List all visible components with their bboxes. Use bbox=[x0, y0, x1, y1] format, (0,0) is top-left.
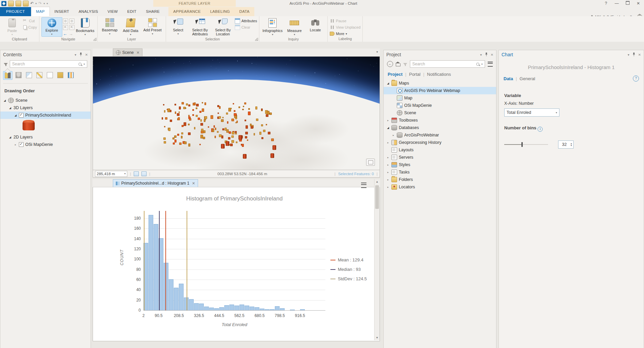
histogram-bar[interactable] bbox=[290, 310, 295, 310]
chart-options-icon[interactable] bbox=[361, 183, 366, 188]
menu-tab-appearance[interactable]: APPEARANCE bbox=[168, 7, 205, 16]
menu-tab-labeling[interactable]: LABELING bbox=[205, 7, 235, 16]
home-icon[interactable] bbox=[396, 63, 400, 66]
project-item-arcgisprowebinar[interactable]: ▸ArcGisProWebinar bbox=[384, 131, 496, 139]
contents-item-scene[interactable]: ◢Scene bbox=[0, 97, 91, 104]
project-tab-project[interactable]: Project bbox=[388, 72, 402, 77]
dropdown-caret-icon[interactable]: ▾ bbox=[109, 32, 110, 35]
histogram-bar[interactable] bbox=[234, 306, 239, 310]
histogram-bar[interactable] bbox=[229, 305, 234, 310]
panel-menu-icon[interactable]: ▾ bbox=[480, 53, 482, 57]
open-project-icon[interactable] bbox=[8, 1, 14, 6]
contents-item-3d-layers[interactable]: ◢3D Layers bbox=[0, 104, 91, 112]
grid-tool-icon[interactable] bbox=[134, 171, 139, 176]
layer-visibility-checkbox[interactable] bbox=[19, 113, 24, 118]
layer-symbol-red-cylinder[interactable] bbox=[0, 119, 91, 133]
histogram-bar[interactable] bbox=[174, 288, 179, 310]
locate-button[interactable]: Locate bbox=[305, 17, 325, 33]
histogram-bar[interactable] bbox=[154, 224, 158, 310]
measure-button[interactable]: Measure▾ bbox=[284, 17, 304, 37]
collapse-arrow-icon[interactable]: ◢ bbox=[3, 99, 6, 102]
select-button[interactable]: Select▾ bbox=[168, 17, 188, 36]
histogram-bar[interactable] bbox=[224, 305, 229, 310]
project-item-databases[interactable]: ◢Databases bbox=[384, 124, 496, 131]
project-options-icon[interactable] bbox=[23, 1, 29, 6]
list-by-charts-icon[interactable] bbox=[66, 71, 75, 79]
histogram-bar[interactable] bbox=[280, 308, 285, 310]
project-item-maps[interactable]: ◢Maps bbox=[384, 80, 496, 87]
dropdown-caret-icon[interactable]: ▾ bbox=[294, 33, 295, 36]
dropdown-caret-icon[interactable]: ▾ bbox=[152, 32, 153, 35]
next-extent-icon[interactable]: ⇱ bbox=[69, 25, 74, 30]
expand-arrow-icon[interactable]: ▸ bbox=[386, 186, 390, 189]
dropdown-caret-icon[interactable]: ▾ bbox=[130, 33, 131, 36]
undo-icon[interactable]: ↶ bbox=[30, 1, 34, 6]
create-bookmark-icon[interactable] bbox=[366, 159, 375, 166]
histogram-bar[interactable] bbox=[209, 308, 214, 310]
collapse-arrow-icon[interactable]: ◢ bbox=[14, 114, 17, 117]
collapse-arrow-icon[interactable]: ◢ bbox=[386, 126, 390, 129]
list-by-snapping-icon[interactable] bbox=[45, 71, 54, 79]
project-item-tasks[interactable]: ▸Tasks bbox=[384, 168, 496, 176]
dropdown-caret-icon[interactable]: ▾ bbox=[51, 33, 53, 36]
menu-tab-analysis[interactable]: ANALYSIS bbox=[74, 7, 103, 16]
dropdown-caret-icon[interactable]: ▾ bbox=[85, 33, 86, 36]
close-panel-icon[interactable]: ✕ bbox=[491, 53, 493, 57]
scroll-up-icon[interactable]: ▲ bbox=[375, 179, 380, 184]
project-item-styles[interactable]: ▸Styles bbox=[384, 161, 496, 168]
project-item-map[interactable]: Map bbox=[384, 94, 496, 102]
pin-icon[interactable] bbox=[485, 53, 488, 57]
basemap-button[interactable]: Basemap▾ bbox=[100, 17, 120, 36]
histogram-bar[interactable] bbox=[239, 305, 244, 310]
histogram-bar[interactable] bbox=[189, 299, 194, 310]
dropdown-caret-icon[interactable]: ▾ bbox=[346, 32, 347, 35]
back-icon[interactable]: ← bbox=[387, 61, 393, 67]
customize-qat-icon[interactable]: ▾ bbox=[46, 2, 48, 5]
histogram-bar[interactable] bbox=[204, 307, 209, 310]
undo-caret-icon[interactable]: ▾ bbox=[35, 2, 37, 5]
contents-item-primaryschoolsinireland[interactable]: ◢PrimarySchoolsInIreland bbox=[0, 112, 91, 119]
chart-scrollbar[interactable]: ▲ ▼ bbox=[374, 179, 380, 340]
project-tab-notifications[interactable]: Notifications bbox=[427, 72, 451, 77]
menu-tab-share[interactable]: SHARE bbox=[141, 7, 164, 16]
collapse-arrow-icon[interactable]: ◢ bbox=[8, 106, 12, 109]
forward-extent-icon[interactable]: → bbox=[69, 32, 73, 36]
chartcfg-tab-general[interactable]: General bbox=[520, 76, 535, 81]
list-by-labeling-icon[interactable] bbox=[56, 71, 65, 79]
histogram-bar[interactable] bbox=[179, 284, 184, 310]
maximize-button[interactable] bbox=[623, 0, 632, 6]
xaxis-variable-select[interactable]: Total Enroled ▾ bbox=[504, 108, 559, 117]
project-search-input[interactable]: Search ▾ bbox=[410, 60, 485, 68]
pin-icon[interactable] bbox=[633, 53, 635, 57]
histogram-bar[interactable] bbox=[169, 279, 173, 310]
selected-features-readout[interactable]: Selected Features: 0 bbox=[338, 172, 374, 176]
project-item-folders[interactable]: ▸Folders bbox=[384, 176, 496, 183]
help-button[interactable]: ? bbox=[602, 0, 610, 6]
panel-menu-icon[interactable]: ▾ bbox=[628, 53, 630, 57]
project-tab-portal[interactable]: Portal bbox=[409, 72, 420, 77]
layers-tool-icon[interactable] bbox=[141, 171, 147, 176]
more-button[interactable]: More▾ bbox=[330, 31, 360, 36]
dropdown-caret-icon[interactable]: ▾ bbox=[178, 32, 179, 35]
scroll-thumb[interactable] bbox=[375, 185, 379, 209]
search-caret-icon[interactable]: ▾ bbox=[481, 63, 483, 66]
list-by-data-source-icon[interactable] bbox=[14, 71, 23, 79]
expand-arrow-icon[interactable]: ▸ bbox=[386, 171, 390, 174]
back-extent-icon[interactable]: ← bbox=[63, 32, 67, 36]
expand-arrow-icon[interactable]: ▸ bbox=[392, 134, 395, 137]
contents-item-osi-mapgenie[interactable]: ▸OSi MapGenie bbox=[0, 141, 91, 148]
close-scene-tab-icon[interactable]: ✕ bbox=[136, 51, 139, 55]
histogram-bar[interactable] bbox=[199, 304, 204, 310]
select-by-location-button[interactable]: Select By Location bbox=[212, 17, 234, 37]
collapse-arrow-icon[interactable]: ◢ bbox=[386, 82, 390, 85]
search-caret-icon[interactable]: ▾ bbox=[84, 63, 85, 66]
list-by-editing-icon[interactable] bbox=[35, 71, 44, 79]
dialog-launcher-icon[interactable] bbox=[255, 38, 258, 41]
menu-tab-project[interactable]: PROJECT bbox=[0, 7, 31, 16]
histogram-bar[interactable] bbox=[214, 308, 219, 310]
menu-tab-insert[interactable]: INSERT bbox=[50, 7, 74, 16]
menu-tab-data[interactable]: DATA bbox=[235, 7, 254, 16]
contents-search-input[interactable]: Search ▾ bbox=[10, 60, 87, 68]
filter-icon[interactable] bbox=[4, 63, 8, 65]
bookmarks-button[interactable]: Bookmarks▾ bbox=[75, 17, 95, 37]
